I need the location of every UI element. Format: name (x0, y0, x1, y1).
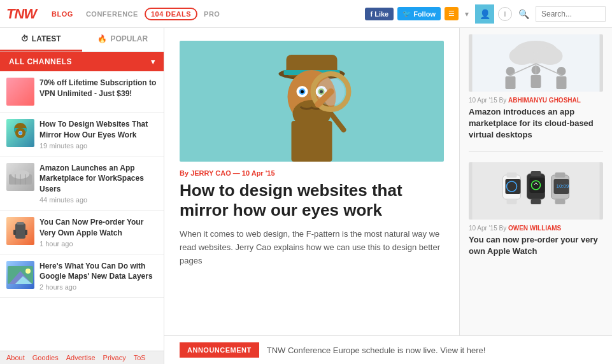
svg-point-24 (301, 90, 304, 94)
related-byline: 10 Apr '15 By ABHIMANYU GHOSHAL (469, 97, 603, 104)
footer-goodies[interactable]: Goodies (32, 354, 59, 361)
list-item[interactable]: How To Design Websites That Mirror How O… (0, 113, 164, 157)
related-title: You can now pre-order your very own Appl… (469, 234, 603, 257)
related-title: Amazon introduces an app marketplace for… (469, 106, 603, 141)
related-article-image: 10:09 (469, 162, 603, 220)
list-item[interactable]: 70% off Lifetime Subscription to VPN Unl… (0, 71, 164, 113)
sidebar: ⏱ LATEST 🔥 POPULAR ALL CHANNELS ▾ 70% of… (0, 28, 164, 364)
related-byline: 10 Apr '15 By OWEN WILLIAMS (469, 225, 603, 232)
svg-rect-12 (25, 230, 27, 235)
search-icon: 🔍 (518, 9, 529, 19)
article-thumbnail (6, 163, 34, 191)
list-item[interactable]: You Can Now Pre-order Your Very Own Appl… (0, 211, 164, 255)
svg-rect-9 (15, 223, 25, 239)
search-icon-button[interactable]: 🔍 (516, 9, 532, 19)
svg-rect-52 (531, 199, 541, 204)
svg-rect-51 (531, 171, 541, 176)
main-content: By JERRY CAO — 10 Apr '15 How to design … (164, 28, 612, 364)
announcement-text: TNW Conference Europe schedule is now li… (267, 346, 486, 355)
article-title: How To Design Websites That Mirror How O… (39, 119, 157, 141)
channels-dropdown[interactable]: ALL CHANNELS ▾ (0, 52, 164, 71)
svg-rect-57 (555, 199, 566, 204)
svg-point-14 (25, 269, 31, 274)
twitter-follow-button[interactable]: 🐦 Follow (397, 7, 441, 20)
social-dropdown[interactable]: ▾ (462, 10, 471, 18)
tab-latest[interactable]: ⏱ LATEST (0, 28, 82, 52)
search-input[interactable] (536, 6, 606, 22)
tab-bar: ⏱ LATEST 🔥 POPULAR (0, 28, 164, 52)
article-panel: By JERRY CAO — 10 Apr '15 How to design … (164, 28, 459, 335)
svg-rect-47 (507, 199, 517, 204)
right-sidebar: 10 Apr '15 By ABHIMANYU GHOSHAL Amazon i… (459, 28, 612, 335)
footer-tos[interactable]: ToS (134, 354, 146, 361)
fire-icon: 🔥 (97, 34, 107, 43)
related-article[interactable]: 10:09 10 Apr '15 By OWEN WILLIAMS You ca… (469, 162, 603, 267)
rss-button[interactable]: ☰ (445, 7, 459, 20)
rss-icon: ☰ (448, 10, 455, 17)
footer-advertise[interactable]: Advertise (66, 354, 96, 361)
header-actions: f Like 🐦 Follow ☰ ▾ 👤 i 🔍 (365, 4, 606, 24)
tab-popular[interactable]: 🔥 POPULAR (82, 28, 164, 52)
header: TNW BLOG CONFERENCE 104 DEALS PRO f Like… (0, 0, 612, 28)
svg-point-3 (18, 131, 22, 135)
list-item[interactable]: Amazon Launches an App Marketplace for W… (0, 157, 164, 211)
article-thumbnail (6, 119, 34, 147)
clock-icon: ⏱ (21, 34, 29, 43)
svg-rect-38 (531, 75, 541, 88)
chevron-down-icon: ▾ (151, 57, 155, 66)
footer-privacy[interactable]: Privacy (103, 354, 126, 361)
article-byline: By JERRY CAO — 10 Apr '15 (180, 169, 444, 177)
facebook-like-button[interactable]: f Like (365, 8, 394, 20)
article-time: 44 minutes ago (39, 196, 157, 204)
twitter-icon: 🐦 (402, 10, 411, 18)
user-icon[interactable]: 👤 (475, 4, 494, 24)
article-headline: How to design websites that mirror how o… (180, 181, 444, 220)
article-excerpt: When it comes to web design, the F-patte… (180, 228, 444, 267)
list-item[interactable]: Here's What You Can Do with Google Maps'… (0, 255, 164, 298)
svg-rect-46 (507, 172, 517, 178)
article-thumbnail (6, 217, 34, 245)
info-icon: i (504, 9, 506, 18)
article-time: 19 minutes ago (39, 142, 157, 150)
svg-rect-56 (555, 172, 566, 178)
nav-pro[interactable]: PRO (197, 10, 226, 18)
article-title: Amazon Launches an App Marketplace for W… (39, 163, 157, 195)
related-article-image (469, 34, 603, 92)
article-title: You Can Now Pre-order Your Very Own Appl… (39, 217, 157, 239)
related-article[interactable]: 10 Apr '15 By ABHIMANYU GHOSHAL Amazon i… (469, 34, 603, 152)
announcement-badge: ANNOUNCEMENT (180, 342, 259, 358)
main-nav: BLOG CONFERENCE 104 DEALS PRO (45, 8, 365, 20)
fb-icon: f (370, 10, 373, 18)
article-thumbnail (6, 261, 34, 289)
announcement-bar: ANNOUNCEMENT TNW Conference Europe sched… (164, 335, 612, 364)
sidebar-footer: About Goodies Advertise Privacy ToS (0, 351, 164, 364)
svg-text:10:09: 10:09 (557, 183, 570, 189)
logo[interactable]: TNW (6, 6, 36, 22)
footer-about[interactable]: About (6, 354, 25, 361)
article-thumbnail (6, 78, 34, 106)
nav-blog[interactable]: BLOG (45, 10, 80, 18)
svg-point-35 (506, 67, 515, 76)
article-title: 70% off Lifetime Subscription to VPN Unl… (39, 78, 157, 99)
page-layout: ⏱ LATEST 🔥 POPULAR ALL CHANNELS ▾ 70% of… (0, 28, 612, 364)
svg-rect-36 (506, 76, 516, 89)
article-time: 2 hours ago (39, 283, 157, 291)
user-silhouette-icon: 👤 (480, 9, 490, 19)
svg-rect-10 (17, 222, 24, 225)
article-time: 1 hour ago (39, 240, 157, 248)
svg-point-34 (537, 47, 563, 65)
content-area: By JERRY CAO — 10 Apr '15 How to design … (164, 28, 612, 335)
nav-conference[interactable]: CONFERENCE (80, 10, 145, 18)
info-button[interactable]: i (498, 7, 512, 21)
svg-rect-11 (13, 230, 16, 235)
nav-deals[interactable]: 104 DEALS (145, 8, 197, 20)
svg-point-33 (509, 47, 535, 65)
svg-rect-27 (292, 121, 332, 162)
svg-rect-40 (557, 76, 567, 89)
article-title: Here's What You Can Do with Google Maps'… (39, 261, 157, 283)
news-list: 70% off Lifetime Subscription to VPN Unl… (0, 71, 164, 351)
article-hero-image (180, 41, 444, 162)
svg-point-39 (557, 67, 566, 76)
